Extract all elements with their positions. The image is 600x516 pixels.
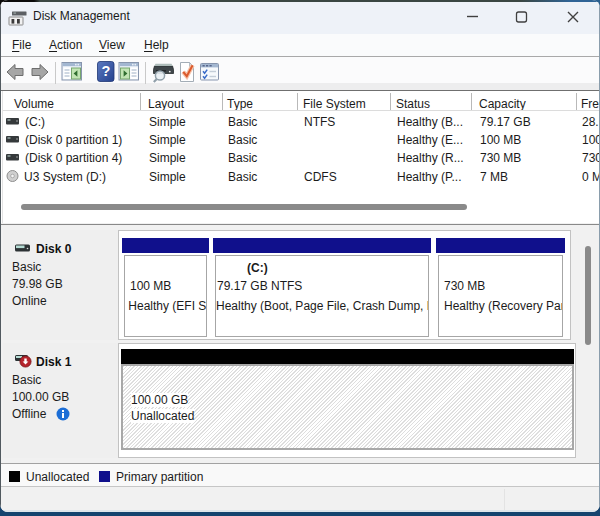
svg-text:?: ? bbox=[101, 63, 110, 79]
